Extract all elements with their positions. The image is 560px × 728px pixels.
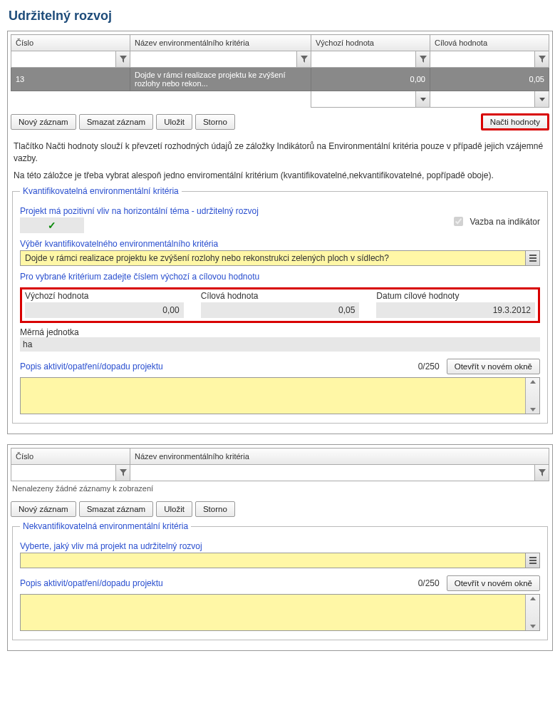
filter-icon[interactable]	[415, 51, 430, 67]
filter-nazev-2[interactable]	[130, 465, 534, 481]
indicator-link-label: Vazba na indikátor	[470, 217, 540, 227]
vychozi-value[interactable]: 0,00	[25, 302, 184, 318]
filter-icon[interactable]	[115, 465, 130, 481]
svg-rect-2	[529, 260, 536, 262]
inline-vychozi-input[interactable]	[311, 91, 415, 107]
info-text-1: Tlačítko Načti hodnoty slouží k převzetí…	[14, 140, 546, 165]
merna-label: Měrná jednotka	[20, 327, 540, 337]
criterion-value: Dojde v rámci realizace projektu ke zvýš…	[21, 251, 525, 265]
filter-icon[interactable]	[115, 51, 130, 67]
popis-label-2: Popis aktivit/opatření/dopadu projektu	[20, 578, 163, 588]
char-counter-2: 0/250	[170, 578, 440, 588]
cancel-button-2[interactable]: Storno	[195, 501, 235, 517]
svg-rect-3	[529, 557, 536, 558]
popis-label: Popis aktivit/opatření/dopadu projektu	[20, 362, 163, 371]
quant-fieldset: Kvantifikovatelná environmentální kritér…	[12, 186, 548, 424]
col-header-cislo-2[interactable]: Číslo	[11, 448, 130, 465]
page-title: Udržitelný rozvoj	[9, 9, 553, 24]
arrow-down-icon[interactable]	[530, 625, 536, 628]
svg-rect-1	[529, 257, 536, 259]
filter-icon[interactable]	[534, 51, 549, 67]
datum-value[interactable]: 19.3.2012	[376, 302, 535, 318]
popis-textarea-2[interactable]	[20, 594, 540, 631]
positive-impact-label: Projekt má pozitivní vliv na horizontáln…	[20, 206, 430, 216]
arrow-down-icon[interactable]	[530, 408, 536, 411]
new-button-2[interactable]: Nový záznam	[11, 501, 76, 517]
open-new-window-button-2[interactable]: Otevřít v novém okně	[447, 575, 540, 591]
nonquant-fieldset: Nekvantifikovatelná environmentální krit…	[12, 521, 548, 640]
delete-button[interactable]: Smazat záznam	[79, 114, 153, 130]
col-header-nazev[interactable]: Název environmentálního kritéria	[130, 35, 311, 51]
save-button[interactable]: Uložit	[156, 114, 192, 130]
filter-cislo-2[interactable]	[11, 465, 115, 481]
filter-cilova[interactable]	[430, 51, 534, 67]
chevron-down-icon[interactable]	[415, 91, 430, 107]
select-impact-label: Vyberte, jaký vliv má projekt na udržite…	[20, 541, 540, 551]
impact-select[interactable]	[20, 553, 540, 568]
list-icon[interactable]	[525, 251, 539, 265]
table-row[interactable]: 13 Dojde v rámci realizace projektu ke z…	[11, 68, 549, 91]
cell-cislo: 13	[11, 68, 130, 91]
delete-button-2[interactable]: Smazat záznam	[79, 501, 153, 517]
load-values-button[interactable]: Načti hodnoty	[481, 113, 549, 130]
svg-rect-4	[529, 560, 536, 561]
save-button-2[interactable]: Uložit	[156, 501, 192, 517]
criterion-select[interactable]: Dojde v rámci realizace projektu ke zvýš…	[20, 250, 540, 266]
datum-label: Datum cílové hodnoty	[376, 291, 535, 301]
criteria-table-1: Číslo Název environmentálního kritéria V…	[11, 34, 549, 108]
indicator-link-checkbox	[454, 217, 463, 226]
impact-value	[21, 553, 525, 568]
panel-quantifiable: Číslo Název environmentálního kritéria V…	[7, 31, 553, 434]
scrollbar[interactable]	[525, 378, 539, 414]
chevron-down-icon[interactable]	[534, 91, 549, 107]
char-counter: 0/250	[170, 362, 440, 371]
col-header-cilova[interactable]: Cílová hodnota	[430, 35, 549, 51]
filter-cislo[interactable]	[11, 51, 115, 67]
info-text-2: Na této záložce je třeba vybrat alespoň …	[14, 170, 546, 182]
scrollbar[interactable]	[525, 595, 539, 630]
cell-vychozi: 0,00	[311, 68, 430, 91]
filter-nazev[interactable]	[130, 51, 296, 67]
cell-nazev: Dojde v rámci realizace projektu ke zvýš…	[130, 68, 311, 91]
filter-vychozi[interactable]	[311, 51, 415, 67]
nonquant-legend: Nekvantifikovatelná environmentální krit…	[20, 521, 191, 531]
arrow-up-icon[interactable]	[530, 597, 536, 600]
criteria-table-2: Číslo Název environmentálního kritéria	[11, 448, 549, 481]
values-highlight-box: Výchozí hodnota 0,00 Cílová hodnota 0,05…	[20, 287, 540, 323]
popis-textarea[interactable]	[20, 377, 540, 414]
enter-values-label: Pro vybrané kritérium zadejte číslem výc…	[20, 272, 540, 282]
cilova-value[interactable]: 0,05	[201, 302, 360, 318]
select-criterion-label: Výběr kvantifikovatelného environmentáln…	[20, 239, 540, 249]
col-header-nazev-2[interactable]: Název environmentálního kritéria	[130, 448, 549, 465]
cancel-button[interactable]: Storno	[195, 114, 235, 130]
arrow-up-icon[interactable]	[530, 380, 536, 384]
check-icon: ✓	[48, 220, 56, 231]
col-header-vychozi[interactable]: Výchozí hodnota	[311, 35, 430, 51]
positive-impact-value: ✓	[20, 217, 84, 233]
svg-rect-5	[529, 563, 536, 564]
cilova-label: Cílová hodnota	[201, 291, 360, 301]
no-records-message: Nenalezeny žádné záznamy k zobrazení	[11, 481, 549, 496]
filter-icon[interactable]	[296, 51, 311, 67]
filter-icon[interactable]	[534, 465, 549, 481]
new-button[interactable]: Nový záznam	[11, 114, 76, 130]
vychozi-label: Výchozí hodnota	[25, 291, 184, 301]
open-new-window-button[interactable]: Otevřít v novém okně	[447, 359, 540, 374]
panel-nonquantifiable: Číslo Název environmentálního kritéria N…	[7, 444, 553, 651]
svg-rect-0	[529, 255, 536, 256]
col-header-cislo[interactable]: Číslo	[11, 35, 130, 51]
list-icon[interactable]	[525, 553, 539, 568]
cell-cilova: 0,05	[430, 68, 549, 91]
quant-legend: Kvantifikovatelná environmentální kritér…	[20, 186, 182, 196]
inline-cilova-input[interactable]	[430, 91, 534, 107]
merna-value: ha	[20, 337, 540, 352]
